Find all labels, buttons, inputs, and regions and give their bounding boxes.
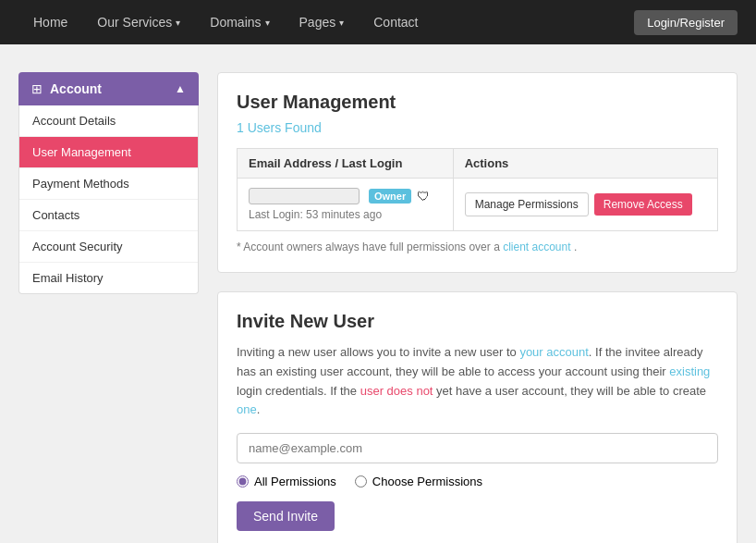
nav-our-services[interactable]: Our Services ▾ (82, 2, 195, 43)
chevron-up-icon: ▲ (175, 82, 186, 95)
choose-permissions-radio[interactable] (355, 475, 367, 487)
user-management-title: User Management (237, 92, 718, 113)
main-content: User Management 1 Users Found Email Addr… (217, 72, 738, 543)
all-permissions-option[interactable]: All Permissions (237, 475, 336, 488)
login-register-button[interactable]: Login/Register (634, 10, 738, 35)
sidebar: ⊞ Account ▲ Account Details User Managem… (18, 72, 199, 543)
users-found-count: 1 Users Found (237, 120, 718, 135)
one-text: one (237, 402, 257, 416)
owner-badge: Owner (369, 189, 411, 204)
sidebar-item-account-details[interactable]: Account Details (19, 105, 198, 137)
nav-contact[interactable]: Contact (359, 2, 433, 43)
your-account-text: your account (519, 345, 588, 359)
user-email-cell: Owner 🛡 Last Login: 53 minutes ago (238, 179, 454, 231)
sidebar-item-payment-methods[interactable]: Payment Methods (19, 168, 198, 200)
invite-email-input[interactable] (237, 433, 718, 463)
shield-icon: 🛡 (417, 189, 430, 204)
user-does-not-text: user does not (360, 384, 433, 398)
chevron-down-icon: ▾ (339, 18, 344, 28)
all-permissions-radio[interactable] (237, 475, 249, 487)
remove-access-button[interactable]: Remove Access (594, 193, 692, 216)
nav-pages-label: Pages (299, 15, 336, 30)
invite-description: Inviting a new user allows you to invite… (237, 343, 718, 420)
last-login-text: Last Login: 53 minutes ago (249, 208, 442, 221)
sidebar-title: Account (50, 81, 102, 96)
email-display (249, 188, 360, 204)
nav-contact-label: Contact (373, 15, 418, 30)
chevron-down-icon: ▾ (265, 18, 270, 28)
account-icon: ⊞ (31, 81, 43, 96)
footer-note: * Account owners always have full permis… (237, 241, 718, 253)
nav-pages[interactable]: Pages ▾ (285, 2, 360, 43)
col-email-header: Email Address / Last Login (238, 149, 454, 179)
nav-items: Home Our Services ▾ Domains ▾ Pages ▾ Co… (18, 2, 634, 43)
sidebar-item-account-security[interactable]: Account Security (19, 231, 198, 263)
sidebar-account-header[interactable]: ⊞ Account ▲ (18, 72, 199, 105)
nav-home-label: Home (33, 15, 67, 30)
sidebar-item-user-management[interactable]: User Management (19, 137, 198, 168)
choose-permissions-label: Choose Permissions (372, 475, 482, 488)
actions-cell: Manage Permissions Remove Access (453, 179, 717, 231)
nav-domains-label: Domains (210, 15, 261, 30)
sidebar-menu: Account Details User Management Payment … (18, 105, 199, 294)
nav-our-services-label: Our Services (97, 15, 172, 30)
choose-permissions-option[interactable]: Choose Permissions (355, 475, 482, 488)
client-account-link[interactable]: client account (503, 241, 570, 253)
send-invite-button[interactable]: Send Invite (237, 501, 335, 531)
existing-text: existing (669, 364, 710, 378)
user-management-card: User Management 1 Users Found Email Addr… (217, 72, 738, 273)
invite-title: Invite New User (237, 311, 718, 332)
sidebar-item-email-history[interactable]: Email History (19, 263, 198, 293)
sidebar-item-contacts[interactable]: Contacts (19, 200, 198, 231)
invite-card: Invite New User Inviting a new user allo… (217, 291, 738, 543)
chevron-down-icon: ▾ (176, 18, 180, 28)
navbar: Home Our Services ▾ Domains ▾ Pages ▾ Co… (0, 0, 756, 44)
col-actions-header: Actions (453, 149, 717, 179)
page-body: ⊞ Account ▲ Account Details User Managem… (0, 44, 756, 543)
user-table: Email Address / Last Login Actions Owner… (237, 148, 718, 231)
permission-radio-group: All Permissions Choose Permissions (237, 475, 718, 488)
table-row: Owner 🛡 Last Login: 53 minutes ago Manag… (238, 179, 718, 231)
manage-permissions-button[interactable]: Manage Permissions (465, 192, 589, 216)
nav-domains[interactable]: Domains ▾ (195, 2, 284, 43)
all-permissions-label: All Permissions (254, 475, 336, 488)
nav-home[interactable]: Home (18, 2, 82, 43)
